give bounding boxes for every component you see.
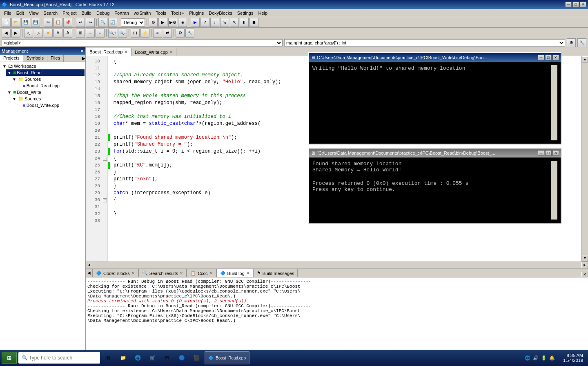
- tab-build-messages[interactable]: ⚑ Build messages: [253, 269, 298, 277]
- scope-combo[interactable]: <global>: [2, 39, 283, 47]
- cut-button[interactable]: ✂: [44, 18, 53, 27]
- settings-btn[interactable]: ⚙: [176, 29, 185, 38]
- task-view-button[interactable]: ⧉: [102, 351, 115, 364]
- highlight-btn[interactable]: ■: [44, 29, 53, 38]
- next-match[interactable]: ▷: [34, 29, 43, 38]
- menu-tools[interactable]: Tools: [153, 10, 169, 16]
- jump-btn[interactable]: ⚙: [567, 38, 576, 47]
- prev-match[interactable]: ◁: [24, 29, 33, 38]
- sidebar-expand-icon[interactable]: ▶: [82, 55, 85, 62]
- select-all[interactable]: ⊞: [76, 29, 85, 38]
- tree-workspace[interactable]: ▼ 🗂 Workspace: [1, 63, 85, 69]
- menu-edit[interactable]: Edit: [14, 10, 27, 16]
- save-all-button[interactable]: 💾: [31, 18, 40, 27]
- scroll-down-arrow[interactable]: ▼: [582, 255, 588, 262]
- tab-search-results[interactable]: 🔍 Search results ✕: [138, 269, 187, 277]
- tab-search-close[interactable]: ✕: [180, 271, 183, 275]
- build-config-combo[interactable]: Debug: [121, 18, 145, 27]
- taskbar-search-input[interactable]: [18, 352, 100, 364]
- tab-boost-read-close[interactable]: ✕: [124, 50, 127, 54]
- taskbar-codeblocks-app[interactable]: 🔷 Boost_Read.cpp: [205, 351, 249, 364]
- build-run-button[interactable]: ▶⚙: [168, 18, 177, 27]
- menu-view[interactable]: View: [27, 10, 41, 16]
- console-write-minimize[interactable]: ─: [538, 55, 544, 60]
- console-write-close[interactable]: ✕: [552, 55, 559, 60]
- menu-search[interactable]: Search: [41, 10, 60, 16]
- replace-button[interactable]: 🔄: [108, 18, 117, 27]
- store-button[interactable]: 🛒: [146, 351, 159, 364]
- wrench-btn[interactable]: 🔧: [185, 29, 194, 38]
- redo-button[interactable]: ↪: [86, 18, 95, 27]
- comment-btn[interactable]: //: [53, 29, 62, 38]
- tree-boost-read[interactable]: ▼ ■ Boost_Read: [6, 69, 85, 76]
- console-read-maximize[interactable]: □: [545, 150, 552, 156]
- tab-boost-read-cpp[interactable]: Boost_Read.cpp ✕: [86, 48, 131, 56]
- menu-help[interactable]: Help: [256, 10, 270, 16]
- unindent-btn[interactable]: ←: [96, 29, 105, 38]
- menu-toolsplus[interactable]: Tools+: [169, 10, 187, 16]
- step-in-button[interactable]: ↘: [220, 18, 229, 27]
- tablet-button[interactable]: ⬛: [190, 351, 203, 364]
- bottom-prev-arrow[interactable]: ◀: [86, 268, 92, 277]
- zoom-in[interactable]: 🔍+: [108, 29, 117, 38]
- tab-files[interactable]: Files: [47, 55, 64, 62]
- fold-24-icon[interactable]: −: [103, 157, 107, 161]
- sidebar-close-icon[interactable]: ✕: [80, 49, 84, 54]
- indent-btn[interactable]: →: [86, 29, 95, 38]
- scroll-up-arrow[interactable]: ▲: [582, 56, 588, 63]
- console-read-minimize[interactable]: ─: [538, 150, 544, 156]
- copy-button[interactable]: 📋: [53, 18, 62, 27]
- prev-bookmark[interactable]: ◀: [2, 29, 11, 38]
- swap-header[interactable]: ⇄: [163, 29, 172, 38]
- hscroll-right[interactable]: ▶: [581, 262, 588, 268]
- tab-boost-write-cpp[interactable]: Boost_Write.cpp ✕: [131, 48, 176, 56]
- continue-button[interactable]: ↗: [200, 18, 209, 27]
- menu-plugins[interactable]: Plugins: [187, 10, 206, 16]
- step-out-button[interactable]: ↖: [230, 18, 239, 27]
- show-calltip[interactable]: ( ): [131, 29, 140, 38]
- function-combo[interactable]: main(int argc, char*argv[]) : int: [284, 39, 565, 47]
- debug-button[interactable]: ▶: [191, 18, 200, 27]
- tree-boost-write-cpp[interactable]: ■ Boost_Write.cpp: [16, 102, 85, 109]
- show-autocomplete[interactable]: ⚡: [140, 29, 149, 38]
- editor-scrollbar[interactable]: ▲ ▼: [581, 56, 588, 262]
- menu-file[interactable]: File: [2, 10, 14, 16]
- tab-codeblocks[interactable]: 🔷 Code::Blocks ✕: [92, 269, 138, 277]
- tab-projects[interactable]: Projects: [0, 55, 23, 62]
- zoom-out[interactable]: 🔍-: [118, 29, 127, 38]
- find-button[interactable]: 🔍: [98, 18, 107, 27]
- menu-fortran[interactable]: Fortran: [112, 10, 131, 16]
- menu-wxsmith[interactable]: wxSmith: [131, 10, 154, 16]
- system-clock[interactable]: 8:35 AM 11/4/2019: [560, 353, 586, 363]
- tab-cccc[interactable]: 📋 Cccc ✕: [187, 269, 216, 277]
- uncomment-btn[interactable]: A: [63, 29, 72, 38]
- mail-button[interactable]: ✉: [160, 351, 174, 364]
- tab-boost-write-close[interactable]: ✕: [169, 50, 173, 54]
- next-bookmark[interactable]: ▶: [11, 29, 20, 38]
- tree-boost-read-cpp[interactable]: ■ Boost_Read.cpp: [16, 82, 85, 89]
- close-button[interactable]: ✕: [580, 2, 586, 7]
- tree-sources-2[interactable]: ▼ 📁 Sources: [11, 95, 85, 102]
- hscroll-left[interactable]: ◀: [86, 262, 92, 268]
- new-file-button[interactable]: 📄: [2, 18, 11, 27]
- tab-symbols[interactable]: Symbols: [23, 55, 47, 62]
- stop-button[interactable]: ■: [178, 18, 187, 27]
- menu-project[interactable]: Project: [60, 10, 79, 16]
- console-write-scrollbar[interactable]: [551, 65, 557, 140]
- console-read-scrollbar[interactable]: [551, 161, 557, 220]
- open-file-button[interactable]: 📂: [11, 18, 20, 27]
- stop-debug-button[interactable]: ⏹: [249, 18, 258, 27]
- undo-button[interactable]: ↩: [76, 18, 85, 27]
- open-file-btn2[interactable]: ≡: [153, 29, 162, 38]
- tree-boost-write[interactable]: ▼ ■ Boost_Write: [6, 89, 85, 95]
- start-button[interactable]: ⊞: [2, 352, 17, 364]
- menu-settings[interactable]: Settings: [235, 10, 256, 16]
- run-button[interactable]: ▶: [158, 18, 167, 27]
- tab-codeblocks-close[interactable]: ✕: [131, 271, 135, 275]
- tab-build-log[interactable]: 🔷 Build log ✕: [216, 269, 253, 277]
- fold-30-icon[interactable]: −: [103, 198, 107, 202]
- nav-btn[interactable]: 🔧: [577, 38, 586, 47]
- menu-build[interactable]: Build: [79, 10, 94, 16]
- bottom-close-icon[interactable]: ✕: [581, 272, 588, 277]
- minimize-button[interactable]: ─: [565, 2, 572, 7]
